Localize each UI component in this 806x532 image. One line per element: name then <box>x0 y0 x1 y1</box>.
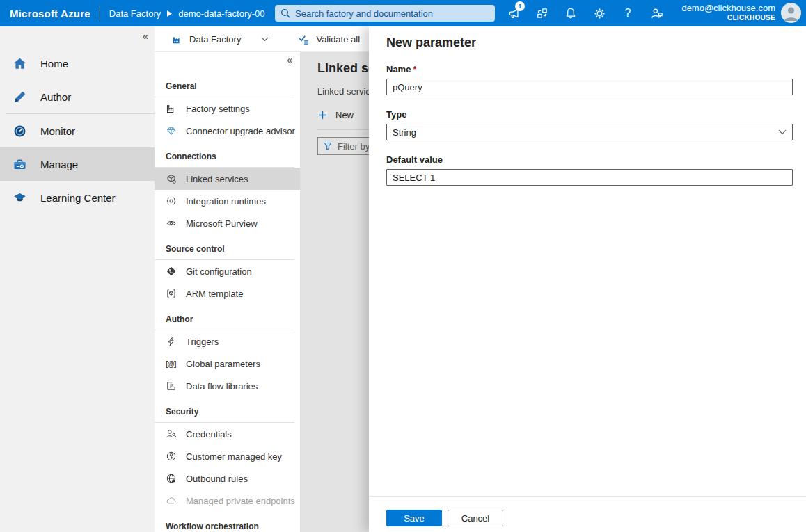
pencil-icon <box>12 89 27 104</box>
sidebar-item-home[interactable]: Home <box>0 47 155 80</box>
sidebar-item-label: ARM template <box>186 289 243 299</box>
sidebar-item-connector-upgrade-advisor[interactable]: Connector upgrade advisor <box>155 120 300 142</box>
graduation-cap-icon <box>12 190 27 205</box>
sidebar-item-outbound-rules[interactable]: Outbound rules <box>155 467 300 490</box>
toolbox-icon <box>12 156 27 172</box>
sidebar-item-label: Managed private endpoints <box>186 496 295 506</box>
settings-gear-button[interactable] <box>591 5 608 22</box>
data-factory-menu-label: Data Factory <box>189 34 241 45</box>
factory-settings-icon <box>165 103 177 115</box>
sidebar-item-label: Triggers <box>186 337 219 347</box>
sidebar-item-global-parameters[interactable]: [@] Global parameters <box>155 353 300 375</box>
avatar[interactable] <box>781 3 801 23</box>
search-input[interactable] <box>295 8 489 19</box>
default-value-field-label: Default value <box>386 154 793 165</box>
integration-runtimes-icon <box>165 195 177 207</box>
resource-switcher-button[interactable] <box>534 5 551 22</box>
sidebar-item-microsoft-purview[interactable]: Microsoft Purview <box>155 212 300 234</box>
section-header-security: Security <box>155 407 294 423</box>
sidebar-item-credentials[interactable]: Credentials <box>155 423 300 445</box>
breadcrumb-app[interactable]: Data Factory <box>109 8 161 19</box>
name-field-label: Name* <box>386 64 793 74</box>
topbar-divider <box>100 6 100 20</box>
data-flow-libraries-icon: fx <box>165 380 177 392</box>
sidebar-item-triggers[interactable]: Triggers <box>155 330 300 353</box>
name-field[interactable] <box>386 79 793 95</box>
nav-label: Manage <box>40 159 78 170</box>
sidebar-item-label: Credentials <box>186 429 232 440</box>
sidebar-collapse-icon[interactable]: « <box>287 54 292 65</box>
sidebar-item-label: Linked services <box>186 174 248 184</box>
type-dropdown[interactable]: String <box>386 124 793 140</box>
validate-all-button[interactable]: Validate all <box>298 33 360 45</box>
sidebar-item-label: Microsoft Purview <box>186 218 258 229</box>
diamond-icon <box>165 125 177 137</box>
key-circle-icon <box>165 451 177 462</box>
sidebar-item-label: Customer managed key <box>186 451 282 462</box>
cancel-button[interactable]: Cancel <box>448 510 503 526</box>
nav-collapse-icon[interactable]: « <box>143 30 148 42</box>
account-email: demo@clickhouse.com <box>681 3 775 14</box>
sidebar-item-git-configuration[interactable]: Git configuration <box>155 260 300 282</box>
section-header-connections: Connections <box>155 152 294 168</box>
sidebar-item-label: Integration runtimes <box>186 196 266 207</box>
sidebar-item-manage[interactable]: Manage <box>0 147 155 181</box>
sidebar-item-learning-center[interactable]: Learning Center <box>0 181 155 214</box>
search-icon <box>280 8 290 18</box>
azure-brand[interactable]: Microsoft Azure <box>10 8 90 19</box>
help-button[interactable]: ? <box>619 5 636 22</box>
sidebar-item-linked-services[interactable]: Linked services <box>155 168 300 190</box>
type-field-label: Type <box>386 109 793 120</box>
type-selected-value: String <box>393 127 416 138</box>
person-key-icon <box>165 428 177 440</box>
account-info[interactable]: demo@clickhouse.com CLICKHOUSE <box>681 3 775 22</box>
sidebar-item-managed-private-endpoints[interactable]: Managed private endpoints <box>155 490 300 512</box>
validate-all-label: Validate all <box>316 34 360 45</box>
home-icon <box>12 56 27 71</box>
hub-navigation: « Home Author Monitor Manage <box>0 26 155 532</box>
sidebar-item-integration-runtimes[interactable]: Integration runtimes <box>155 190 300 212</box>
breadcrumb-resource[interactable]: demo-data-factory-00 <box>178 8 264 19</box>
gauge-icon <box>12 123 27 138</box>
save-button[interactable]: Save <box>386 510 442 526</box>
breadcrumb-caret-icon <box>167 10 172 17</box>
nav-label: Learning Center <box>40 192 116 204</box>
new-parameter-panel: New parameter Name* Type String Default … <box>369 26 806 532</box>
default-value-field[interactable] <box>386 169 793 186</box>
sidebar-item-monitor[interactable]: Monitor <box>0 114 155 147</box>
eye-icon <box>165 218 177 229</box>
arm-template-icon <box>165 288 177 300</box>
announcements-button[interactable]: 1 <box>505 5 522 22</box>
sidebar-item-author[interactable]: Author <box>0 80 155 113</box>
sidebar-item-label: Factory settings <box>186 104 250 114</box>
global-search[interactable] <box>275 5 495 22</box>
required-asterisk: * <box>413 64 416 74</box>
sidebar-item-label: Git configuration <box>186 266 252 277</box>
chevron-down-icon <box>778 129 787 135</box>
account-tenant: CLICKHOUSE <box>681 14 775 22</box>
sidebar-item-label: Outbound rules <box>186 474 248 484</box>
help-question-icon: ? <box>625 7 631 19</box>
panel-title: New parameter <box>386 35 793 50</box>
lightning-icon <box>165 336 177 348</box>
sidebar-item-arm-template[interactable]: ARM template <box>155 282 300 305</box>
manage-sidebar: « General Factory settings Connector upg… <box>155 52 301 532</box>
sidebar-item-data-flow-libraries[interactable]: fx Data flow libraries <box>155 375 300 397</box>
notifications-bell-button[interactable] <box>562 5 579 22</box>
section-header-general: General <box>155 81 294 97</box>
sidebar-item-label: Global parameters <box>186 359 260 369</box>
globe-icon <box>165 473 177 485</box>
data-factory-menu-button[interactable]: Data Factory <box>171 33 269 45</box>
cloud-icon <box>165 495 177 507</box>
global-parameters-icon: [@] <box>165 358 177 370</box>
nav-label: Author <box>40 91 71 103</box>
new-button-label: New <box>335 110 354 120</box>
validate-check-icon <box>298 33 310 45</box>
svg-text:fx: fx <box>170 382 174 388</box>
sidebar-item-customer-managed-key[interactable]: Customer managed key <box>155 445 300 467</box>
azure-topbar: Microsoft Azure Data Factory demo-data-f… <box>0 0 806 26</box>
sidebar-item-label: Connector upgrade advisor <box>186 126 295 136</box>
feedback-button[interactable] <box>648 5 665 22</box>
plus-icon <box>317 110 328 120</box>
sidebar-item-factory-settings[interactable]: Factory settings <box>155 97 300 120</box>
